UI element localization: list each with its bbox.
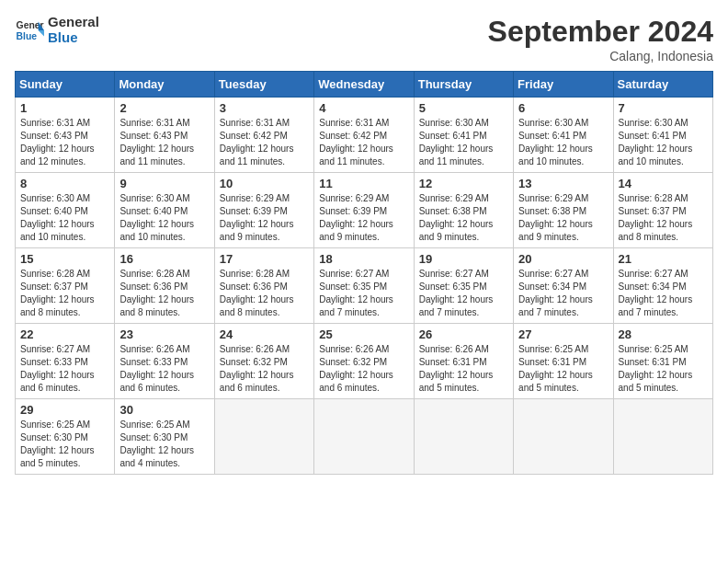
day-number: 25: [319, 327, 408, 341]
day-info: Sunrise: 6:30 AM Sunset: 6:41 PM Dayligh…: [419, 117, 508, 168]
day-cell-17: 17 Sunrise: 6:28 AM Sunset: 6:36 PM Dayl…: [214, 248, 313, 324]
day-info: Sunrise: 6:29 AM Sunset: 6:38 PM Dayligh…: [419, 192, 508, 244]
day-info: Sunrise: 6:26 AM Sunset: 6:32 PM Dayligh…: [319, 343, 408, 395]
day-number: 30: [119, 403, 209, 417]
day-info: Sunrise: 6:28 AM Sunset: 6:37 PM Dayligh…: [20, 268, 109, 319]
day-cell-23: 23 Sunrise: 6:26 AM Sunset: 6:33 PM Dayl…: [115, 324, 214, 399]
day-number: 26: [419, 327, 508, 341]
logo: General Blue General Blue: [15, 15, 99, 45]
day-cell-12: 12 Sunrise: 6:29 AM Sunset: 6:38 PM Dayl…: [414, 173, 513, 248]
day-number: 23: [119, 327, 209, 341]
day-cell-10: 10 Sunrise: 6:29 AM Sunset: 6:39 PM Dayl…: [214, 173, 313, 248]
day-cell-1: 1 Sunrise: 6:31 AM Sunset: 6:43 PM Dayli…: [16, 98, 115, 173]
day-number: 13: [518, 177, 608, 190]
column-header-sunday: Sunday: [16, 72, 115, 98]
day-info: Sunrise: 6:26 AM Sunset: 6:33 PM Dayligh…: [119, 343, 209, 395]
day-info: Sunrise: 6:25 AM Sunset: 6:30 PM Dayligh…: [119, 419, 209, 470]
day-info: Sunrise: 6:29 AM Sunset: 6:39 PM Dayligh…: [319, 192, 408, 244]
day-number: 1: [20, 101, 109, 115]
day-number: 11: [319, 177, 408, 190]
title-block: September 2024 Calang, Indonesia: [488, 15, 713, 63]
day-number: 24: [220, 327, 309, 341]
day-info: Sunrise: 6:27 AM Sunset: 6:35 PM Dayligh…: [419, 268, 508, 319]
day-info: Sunrise: 6:27 AM Sunset: 6:34 PM Dayligh…: [619, 268, 708, 319]
day-number: 2: [119, 101, 209, 115]
day-cell-19: 19 Sunrise: 6:27 AM Sunset: 6:35 PM Dayl…: [414, 248, 513, 324]
day-cell-14: 14 Sunrise: 6:28 AM Sunset: 6:37 PM Dayl…: [613, 173, 712, 248]
day-number: 4: [319, 101, 408, 115]
day-cell-20: 20 Sunrise: 6:27 AM Sunset: 6:34 PM Dayl…: [514, 248, 613, 324]
day-number: 9: [119, 177, 209, 190]
week-row-3: 15 Sunrise: 6:28 AM Sunset: 6:37 PM Dayl…: [16, 248, 713, 324]
svg-text:Blue: Blue: [17, 30, 38, 40]
empty-cell: [613, 399, 712, 475]
column-header-tuesday: Tuesday: [214, 72, 313, 98]
day-number: 14: [619, 177, 708, 190]
day-info: Sunrise: 6:26 AM Sunset: 6:32 PM Dayligh…: [220, 343, 309, 395]
day-cell-2: 2 Sunrise: 6:31 AM Sunset: 6:43 PM Dayli…: [115, 98, 214, 173]
day-cell-15: 15 Sunrise: 6:28 AM Sunset: 6:37 PM Dayl…: [16, 248, 115, 324]
column-header-friday: Friday: [514, 72, 613, 98]
day-cell-7: 7 Sunrise: 6:30 AM Sunset: 6:41 PM Dayli…: [613, 98, 712, 173]
day-info: Sunrise: 6:28 AM Sunset: 6:37 PM Dayligh…: [619, 192, 708, 244]
day-info: Sunrise: 6:27 AM Sunset: 6:33 PM Dayligh…: [20, 343, 109, 395]
day-cell-9: 9 Sunrise: 6:30 AM Sunset: 6:40 PM Dayli…: [115, 173, 214, 248]
day-info: Sunrise: 6:29 AM Sunset: 6:39 PM Dayligh…: [220, 192, 309, 244]
day-cell-22: 22 Sunrise: 6:27 AM Sunset: 6:33 PM Dayl…: [16, 324, 115, 399]
day-cell-18: 18 Sunrise: 6:27 AM Sunset: 6:35 PM Dayl…: [314, 248, 414, 324]
logo-icon: General Blue: [15, 16, 44, 45]
day-cell-30: 30 Sunrise: 6:25 AM Sunset: 6:30 PM Dayl…: [115, 399, 214, 475]
day-cell-29: 29 Sunrise: 6:25 AM Sunset: 6:30 PM Dayl…: [16, 399, 115, 475]
day-number: 12: [419, 177, 508, 190]
day-number: 27: [518, 327, 608, 341]
day-cell-13: 13 Sunrise: 6:29 AM Sunset: 6:38 PM Dayl…: [514, 173, 613, 248]
week-row-2: 8 Sunrise: 6:30 AM Sunset: 6:40 PM Dayli…: [16, 173, 713, 248]
day-info: Sunrise: 6:28 AM Sunset: 6:36 PM Dayligh…: [220, 268, 309, 319]
column-header-monday: Monday: [115, 72, 214, 98]
day-cell-8: 8 Sunrise: 6:30 AM Sunset: 6:40 PM Dayli…: [16, 173, 115, 248]
empty-cell: [414, 399, 513, 475]
month-year: September 2024: [488, 15, 713, 49]
day-info: Sunrise: 6:27 AM Sunset: 6:35 PM Dayligh…: [319, 268, 408, 319]
week-row-4: 22 Sunrise: 6:27 AM Sunset: 6:33 PM Dayl…: [16, 324, 713, 399]
column-header-saturday: Saturday: [613, 72, 712, 98]
day-info: Sunrise: 6:27 AM Sunset: 6:34 PM Dayligh…: [518, 268, 608, 319]
week-row-5: 29 Sunrise: 6:25 AM Sunset: 6:30 PM Dayl…: [16, 399, 713, 475]
day-info: Sunrise: 6:25 AM Sunset: 6:31 PM Dayligh…: [518, 343, 608, 395]
day-number: 6: [518, 101, 608, 115]
day-info: Sunrise: 6:31 AM Sunset: 6:43 PM Dayligh…: [20, 117, 109, 168]
day-number: 7: [619, 101, 708, 115]
logo-line1: General: [48, 15, 99, 30]
day-info: Sunrise: 6:29 AM Sunset: 6:38 PM Dayligh…: [518, 192, 608, 244]
day-cell-21: 21 Sunrise: 6:27 AM Sunset: 6:34 PM Dayl…: [613, 248, 712, 324]
day-number: 10: [220, 177, 309, 190]
day-number: 20: [518, 252, 608, 266]
day-cell-27: 27 Sunrise: 6:25 AM Sunset: 6:31 PM Dayl…: [514, 324, 613, 399]
day-cell-6: 6 Sunrise: 6:30 AM Sunset: 6:41 PM Dayli…: [514, 98, 613, 173]
day-number: 8: [20, 177, 109, 190]
day-number: 17: [220, 252, 309, 266]
day-number: 5: [419, 101, 508, 115]
page-header: General Blue General Blue September 2024…: [15, 15, 713, 63]
day-cell-11: 11 Sunrise: 6:29 AM Sunset: 6:39 PM Dayl…: [314, 173, 414, 248]
day-info: Sunrise: 6:31 AM Sunset: 6:43 PM Dayligh…: [119, 117, 209, 168]
day-number: 16: [119, 252, 209, 266]
day-info: Sunrise: 6:28 AM Sunset: 6:36 PM Dayligh…: [119, 268, 209, 319]
day-number: 19: [419, 252, 508, 266]
day-cell-25: 25 Sunrise: 6:26 AM Sunset: 6:32 PM Dayl…: [314, 324, 414, 399]
week-row-1: 1 Sunrise: 6:31 AM Sunset: 6:43 PM Dayli…: [16, 98, 713, 173]
day-info: Sunrise: 6:30 AM Sunset: 6:41 PM Dayligh…: [619, 117, 708, 168]
day-info: Sunrise: 6:31 AM Sunset: 6:42 PM Dayligh…: [319, 117, 408, 168]
logo-line2: Blue: [48, 30, 99, 46]
day-cell-4: 4 Sunrise: 6:31 AM Sunset: 6:42 PM Dayli…: [314, 98, 414, 173]
day-info: Sunrise: 6:26 AM Sunset: 6:31 PM Dayligh…: [419, 343, 508, 395]
day-cell-26: 26 Sunrise: 6:26 AM Sunset: 6:31 PM Dayl…: [414, 324, 513, 399]
empty-cell: [514, 399, 613, 475]
day-number: 21: [619, 252, 708, 266]
day-cell-3: 3 Sunrise: 6:31 AM Sunset: 6:42 PM Dayli…: [214, 98, 313, 173]
day-number: 22: [20, 327, 109, 341]
location: Calang, Indonesia: [488, 49, 713, 63]
calendar-table: SundayMondayTuesdayWednesdayThursdayFrid…: [15, 71, 713, 475]
column-header-thursday: Thursday: [414, 72, 513, 98]
day-cell-24: 24 Sunrise: 6:26 AM Sunset: 6:32 PM Dayl…: [214, 324, 313, 399]
